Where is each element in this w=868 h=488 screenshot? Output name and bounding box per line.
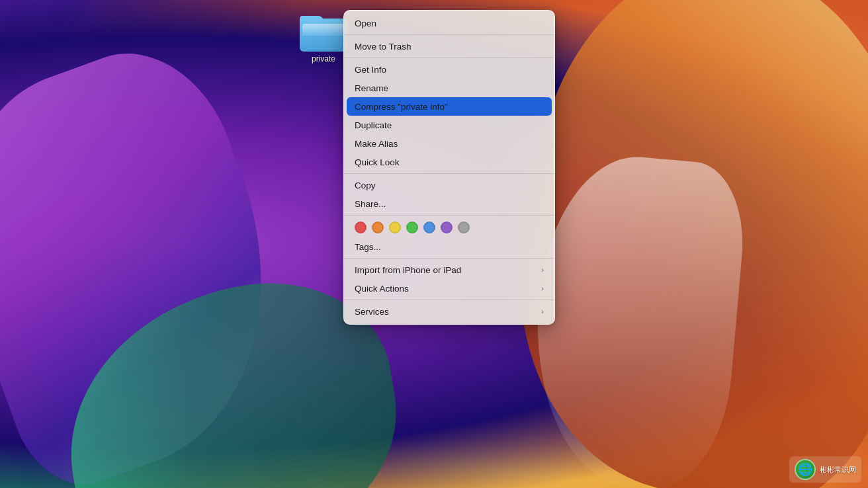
menu-item-label-services: Services (355, 307, 389, 317)
menu-separator-13 (344, 215, 554, 216)
folder-icon[interactable]: private (300, 12, 347, 63)
submenu-chevron-services: › (541, 307, 544, 315)
tag-dot-6[interactable] (458, 222, 470, 233)
tag-dot-0[interactable] (355, 222, 367, 233)
menu-item-label-copy: Copy (355, 181, 376, 190)
watermark-globe-icon: 🌐 (795, 459, 816, 480)
context-menu: OpenMove to TrashGet InfoRenameCompress … (343, 10, 555, 325)
tag-dot-2[interactable] (389, 222, 401, 233)
menu-item-quick-actions[interactable]: Quick Actions› (344, 279, 554, 298)
menu-item-duplicate[interactable]: Duplicate (344, 116, 554, 134)
menu-item-quick-look[interactable]: Quick Look (344, 153, 554, 171)
watermark-text: 彬彬常识网 (820, 465, 856, 474)
menu-item-label-get-info: Get Info (355, 65, 386, 75)
menu-item-label-quick-look: Quick Look (355, 157, 400, 167)
menu-item-rename[interactable]: Rename (344, 79, 554, 97)
tag-dot-4[interactable] (423, 222, 435, 233)
menu-item-import-iphone[interactable]: Import from iPhone or iPad› (344, 261, 554, 279)
tag-dot-1[interactable] (372, 222, 384, 233)
menu-item-compress[interactable]: Compress "private info" (347, 97, 552, 116)
menu-item-copy[interactable]: Copy (344, 176, 554, 194)
menu-item-label-move-to-trash: Move to Trash (355, 42, 412, 52)
menu-item-open[interactable]: Open (344, 14, 554, 32)
menu-item-label-compress: Compress "private info" (355, 102, 448, 112)
menu-item-get-info[interactable]: Get Info (344, 60, 554, 79)
folder-label: private (312, 54, 335, 63)
menu-item-label-share: Share... (355, 199, 386, 209)
folder-image (300, 12, 347, 52)
submenu-chevron-import-iphone: › (541, 266, 544, 274)
watermark: 🌐 彬彬常识网 (789, 456, 861, 483)
menu-item-services[interactable]: Services› (344, 302, 554, 321)
menu-item-label-rename: Rename (355, 83, 388, 93)
menu-item-make-alias[interactable]: Make Alias (344, 134, 554, 153)
menu-item-label-duplicate: Duplicate (355, 120, 392, 130)
menu-separator-3 (344, 58, 554, 58)
folder-body (300, 19, 347, 52)
menu-item-label-tags: Tags... (355, 242, 381, 252)
menu-separator-16 (344, 258, 554, 259)
menu-separator-10 (344, 173, 554, 174)
submenu-chevron-quick-actions: › (541, 284, 544, 292)
folder-highlight (302, 24, 345, 36)
menu-item-move-to-trash[interactable]: Move to Trash (344, 37, 554, 56)
menu-item-share[interactable]: Share... (344, 194, 554, 213)
menu-separator-1 (344, 34, 554, 35)
menu-item-label-quick-actions: Quick Actions (355, 284, 409, 294)
menu-item-label-import-iphone: Import from iPhone or iPad (355, 265, 461, 275)
tags-color-row (344, 218, 554, 237)
tag-dot-5[interactable] (441, 222, 453, 233)
menu-separator-19 (344, 300, 554, 300)
tag-dot-3[interactable] (406, 222, 418, 233)
menu-item-tags[interactable]: Tags... (344, 237, 554, 256)
menu-item-label-open: Open (355, 19, 376, 28)
menu-item-label-make-alias: Make Alias (355, 139, 398, 149)
